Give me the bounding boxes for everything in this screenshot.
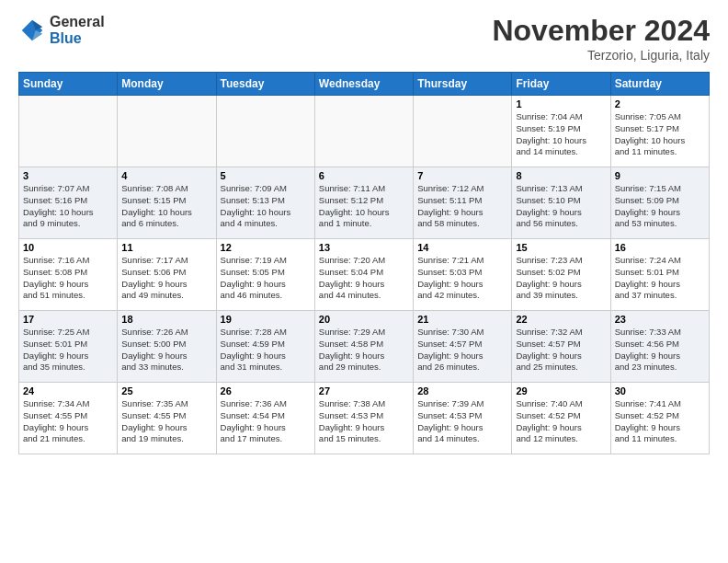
svg-marker-0 (22, 19, 43, 40)
page-container: General Blue November 2024 Terzorio, Lig… (0, 0, 728, 464)
day-info: Sunrise: 7:24 AM Sunset: 5:01 PM Dayligh… (615, 255, 705, 302)
day-info: Sunrise: 7:23 AM Sunset: 5:02 PM Dayligh… (516, 255, 606, 302)
day-info: Sunrise: 7:32 AM Sunset: 4:57 PM Dayligh… (516, 327, 606, 373)
calendar-cell: 28Sunrise: 7:39 AM Sunset: 4:53 PM Dayli… (414, 383, 512, 454)
day-info: Sunrise: 7:29 AM Sunset: 4:58 PM Dayligh… (319, 327, 409, 373)
day-info: Sunrise: 7:28 AM Sunset: 4:59 PM Dayligh… (221, 327, 311, 373)
day-info: Sunrise: 7:21 AM Sunset: 5:03 PM Dayligh… (417, 255, 507, 302)
calendar-cell: 8Sunrise: 7:13 AM Sunset: 5:10 PM Daylig… (512, 167, 610, 239)
day-number: 26 (221, 385, 311, 396)
logo-general: General (50, 14, 105, 30)
calendar-cell: 24Sunrise: 7:34 AM Sunset: 4:55 PM Dayli… (19, 383, 118, 454)
day-number: 15 (516, 242, 606, 253)
day-number: 3 (23, 170, 113, 181)
day-info: Sunrise: 7:30 AM Sunset: 4:57 PM Dayligh… (417, 327, 507, 373)
calendar-cell: 17Sunrise: 7:25 AM Sunset: 5:01 PM Dayli… (19, 311, 118, 383)
day-info: Sunrise: 7:35 AM Sunset: 4:55 PM Dayligh… (121, 398, 211, 445)
logo: General Blue (18, 14, 105, 46)
calendar-cell: 9Sunrise: 7:15 AM Sunset: 5:09 PM Daylig… (610, 167, 709, 239)
day-info: Sunrise: 7:34 AM Sunset: 4:55 PM Dayligh… (23, 398, 113, 445)
page-header: General Blue November 2024 Terzorio, Lig… (18, 14, 710, 63)
calendar-cell (19, 96, 118, 167)
day-info: Sunrise: 7:39 AM Sunset: 4:53 PM Dayligh… (417, 398, 507, 445)
calendar-cell: 2Sunrise: 7:05 AM Sunset: 5:17 PM Daylig… (610, 96, 709, 167)
calendar-cell: 6Sunrise: 7:11 AM Sunset: 5:12 PM Daylig… (314, 167, 413, 239)
day-number: 13 (319, 242, 409, 253)
day-number: 30 (615, 385, 705, 396)
day-number: 19 (221, 314, 311, 325)
calendar-header-saturday: Saturday (610, 73, 709, 96)
day-info: Sunrise: 7:41 AM Sunset: 4:52 PM Dayligh… (615, 398, 705, 445)
day-number: 4 (121, 170, 211, 181)
calendar-cell: 16Sunrise: 7:24 AM Sunset: 5:01 PM Dayli… (610, 239, 709, 311)
calendar-header-monday: Monday (118, 73, 216, 96)
calendar-cell (314, 96, 413, 167)
calendar-cell: 27Sunrise: 7:38 AM Sunset: 4:53 PM Dayli… (314, 383, 413, 454)
day-number: 10 (23, 242, 113, 253)
day-number: 16 (615, 242, 705, 253)
day-info: Sunrise: 7:13 AM Sunset: 5:10 PM Dayligh… (516, 183, 606, 230)
day-number: 1 (516, 98, 606, 109)
day-info: Sunrise: 7:33 AM Sunset: 4:56 PM Dayligh… (615, 327, 705, 373)
calendar-cell: 26Sunrise: 7:36 AM Sunset: 4:54 PM Dayli… (216, 383, 314, 454)
calendar: SundayMondayTuesdayWednesdayThursdayFrid… (18, 72, 710, 454)
calendar-cell (414, 96, 512, 167)
day-number: 18 (121, 314, 211, 325)
calendar-week-row: 10Sunrise: 7:16 AM Sunset: 5:08 PM Dayli… (19, 239, 710, 311)
calendar-cell: 30Sunrise: 7:41 AM Sunset: 4:52 PM Dayli… (610, 383, 709, 454)
calendar-header-wednesday: Wednesday (314, 73, 413, 96)
calendar-cell: 21Sunrise: 7:30 AM Sunset: 4:57 PM Dayli… (414, 311, 512, 383)
location: Terzorio, Liguria, Italy (492, 48, 710, 63)
day-info: Sunrise: 7:09 AM Sunset: 5:13 PM Dayligh… (221, 183, 311, 230)
calendar-cell: 4Sunrise: 7:08 AM Sunset: 5:15 PM Daylig… (118, 167, 216, 239)
logo-text: General Blue (50, 14, 105, 46)
calendar-cell: 14Sunrise: 7:21 AM Sunset: 5:03 PM Dayli… (414, 239, 512, 311)
day-number: 20 (319, 314, 409, 325)
day-number: 11 (121, 242, 211, 253)
calendar-header-row: SundayMondayTuesdayWednesdayThursdayFrid… (19, 73, 710, 96)
day-info: Sunrise: 7:40 AM Sunset: 4:52 PM Dayligh… (516, 398, 606, 445)
day-number: 6 (319, 170, 409, 181)
calendar-cell: 19Sunrise: 7:28 AM Sunset: 4:59 PM Dayli… (216, 311, 314, 383)
day-info: Sunrise: 7:11 AM Sunset: 5:12 PM Dayligh… (319, 183, 409, 230)
calendar-cell: 12Sunrise: 7:19 AM Sunset: 5:05 PM Dayli… (216, 239, 314, 311)
day-number: 8 (516, 170, 606, 181)
day-info: Sunrise: 7:16 AM Sunset: 5:08 PM Dayligh… (23, 255, 113, 302)
calendar-cell: 10Sunrise: 7:16 AM Sunset: 5:08 PM Dayli… (19, 239, 118, 311)
day-number: 28 (417, 385, 507, 396)
calendar-week-row: 17Sunrise: 7:25 AM Sunset: 5:01 PM Dayli… (19, 311, 710, 383)
calendar-cell: 11Sunrise: 7:17 AM Sunset: 5:06 PM Dayli… (118, 239, 216, 311)
day-number: 2 (615, 98, 705, 109)
calendar-cell: 22Sunrise: 7:32 AM Sunset: 4:57 PM Dayli… (512, 311, 610, 383)
day-number: 24 (23, 385, 113, 396)
calendar-week-row: 24Sunrise: 7:34 AM Sunset: 4:55 PM Dayli… (19, 383, 710, 454)
day-info: Sunrise: 7:17 AM Sunset: 5:06 PM Dayligh… (121, 255, 211, 302)
calendar-header-thursday: Thursday (414, 73, 512, 96)
day-number: 25 (121, 385, 211, 396)
calendar-cell: 1Sunrise: 7:04 AM Sunset: 5:19 PM Daylig… (512, 96, 610, 167)
day-info: Sunrise: 7:19 AM Sunset: 5:05 PM Dayligh… (221, 255, 311, 302)
day-info: Sunrise: 7:12 AM Sunset: 5:11 PM Dayligh… (417, 183, 507, 230)
day-info: Sunrise: 7:05 AM Sunset: 5:17 PM Dayligh… (615, 111, 705, 158)
day-number: 17 (23, 314, 113, 325)
day-info: Sunrise: 7:36 AM Sunset: 4:54 PM Dayligh… (221, 398, 311, 445)
calendar-header-sunday: Sunday (19, 73, 118, 96)
calendar-cell: 15Sunrise: 7:23 AM Sunset: 5:02 PM Dayli… (512, 239, 610, 311)
day-number: 5 (221, 170, 311, 181)
calendar-cell: 18Sunrise: 7:26 AM Sunset: 5:00 PM Dayli… (118, 311, 216, 383)
logo-icon (18, 17, 46, 44)
calendar-cell (118, 96, 216, 167)
day-info: Sunrise: 7:20 AM Sunset: 5:04 PM Dayligh… (319, 255, 409, 302)
calendar-week-row: 3Sunrise: 7:07 AM Sunset: 5:16 PM Daylig… (19, 167, 710, 239)
day-number: 21 (417, 314, 507, 325)
calendar-cell: 3Sunrise: 7:07 AM Sunset: 5:16 PM Daylig… (19, 167, 118, 239)
calendar-cell: 7Sunrise: 7:12 AM Sunset: 5:11 PM Daylig… (414, 167, 512, 239)
calendar-cell: 13Sunrise: 7:20 AM Sunset: 5:04 PM Dayli… (314, 239, 413, 311)
day-number: 9 (615, 170, 705, 181)
day-number: 14 (417, 242, 507, 253)
month-title: November 2024 (492, 14, 710, 48)
day-number: 7 (417, 170, 507, 181)
calendar-header-tuesday: Tuesday (216, 73, 314, 96)
day-number: 27 (319, 385, 409, 396)
day-info: Sunrise: 7:25 AM Sunset: 5:01 PM Dayligh… (23, 327, 113, 373)
